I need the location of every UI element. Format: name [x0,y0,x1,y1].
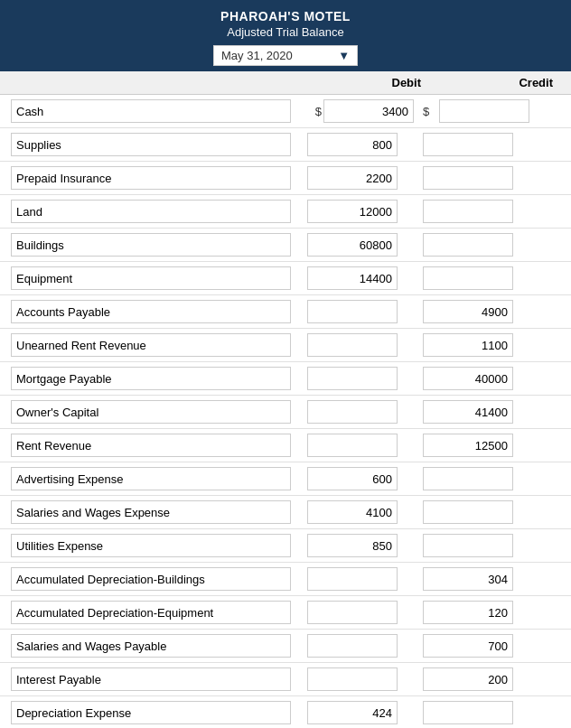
debit-input[interactable] [323,99,414,123]
debit-input[interactable] [307,233,398,257]
account-input[interactable] [11,534,291,557]
credit-input[interactable] [423,166,513,190]
debit-cell [307,333,423,357]
table-row [0,663,571,696]
table-row [0,462,571,496]
table-row [0,229,571,262]
credit-input[interactable] [439,99,529,123]
credit-input[interactable] [423,233,513,257]
debit-cell [307,233,423,257]
debit-input[interactable] [307,333,398,357]
account-cell [0,200,307,223]
credit-input[interactable] [423,333,513,357]
credit-cell [423,367,555,390]
credit-input[interactable] [423,701,513,724]
debit-input[interactable] [307,701,398,724]
credit-input[interactable] [423,534,513,557]
debit-input[interactable] [307,500,398,524]
date-selector[interactable]: May 31, 2020 ▼ [213,45,358,66]
account-cell [0,567,307,591]
account-cell [0,233,307,257]
credit-cell [423,701,555,724]
credit-input[interactable] [423,133,513,156]
debit-input[interactable] [307,400,398,424]
debit-input[interactable] [307,133,398,156]
credit-input[interactable] [423,434,513,457]
credit-header: Credit [439,76,571,89]
debit-input[interactable] [307,601,398,624]
account-input[interactable] [11,166,291,190]
debit-input[interactable] [307,534,398,557]
debit-input[interactable] [307,467,398,490]
credit-input[interactable] [423,300,513,323]
account-cell [0,367,307,390]
debit-input[interactable] [307,266,398,290]
credit-cell [423,534,555,557]
debit-cell [307,367,423,390]
debit-cell [307,300,423,323]
table-row [0,596,571,630]
debit-input[interactable] [307,567,398,591]
account-input[interactable] [11,467,291,490]
account-input[interactable] [11,601,291,624]
account-input[interactable] [11,400,291,424]
table-row [0,696,571,728]
debit-input[interactable] [307,367,398,390]
credit-input[interactable] [423,266,513,290]
account-input[interactable] [11,634,291,658]
credit-input[interactable] [423,634,513,658]
account-cell [0,300,307,323]
debit-input[interactable] [307,434,398,457]
debit-cell [307,667,423,691]
debit-input[interactable] [307,667,398,691]
header: PHAROAH'S MOTEL Adjusted Trial Balance M… [0,0,571,71]
credit-input[interactable] [423,467,513,490]
credit-input[interactable] [423,200,513,223]
account-input[interactable] [11,701,291,724]
debit-cell [307,567,423,591]
account-input[interactable] [11,300,291,323]
credit-input[interactable] [423,500,513,524]
dropdown-arrow-icon: ▼ [338,49,350,62]
account-input[interactable] [11,434,291,457]
account-input[interactable] [11,567,291,591]
account-input[interactable] [11,200,291,223]
credit-cell [423,567,555,591]
table-row [0,362,571,396]
credit-input[interactable] [423,567,513,591]
credit-input[interactable] [423,667,513,691]
account-input[interactable] [11,500,291,524]
account-cell [0,534,307,557]
account-input[interactable] [11,233,291,257]
account-input[interactable] [11,266,291,290]
table-row [0,529,571,563]
credit-cell [423,400,555,424]
table-row: $$ [0,95,571,128]
debit-input[interactable] [307,634,398,658]
debit-input[interactable] [307,300,398,323]
debit-input[interactable] [307,166,398,190]
account-cell [0,667,307,691]
credit-cell [423,133,555,156]
account-input[interactable] [11,367,291,390]
debit-cell [307,467,423,490]
account-input[interactable] [11,333,291,357]
credit-cell [423,266,555,290]
account-cell [0,133,307,156]
debit-cell [307,500,423,524]
table-row [0,396,571,429]
report-subtitle: Adjusted Trial Balance [0,25,571,39]
table-row [0,496,571,529]
account-input[interactable] [11,667,291,691]
debit-input[interactable] [307,200,398,223]
credit-input[interactable] [423,400,513,424]
account-input[interactable] [11,133,291,156]
dollar-sign-icon: $ [307,105,323,118]
credit-input[interactable] [423,601,513,624]
date-label: May 31, 2020 [221,49,293,62]
table-row [0,295,571,329]
account-cell [0,601,307,624]
account-input[interactable] [11,99,291,123]
account-cell [0,701,307,724]
credit-input[interactable] [423,367,513,390]
